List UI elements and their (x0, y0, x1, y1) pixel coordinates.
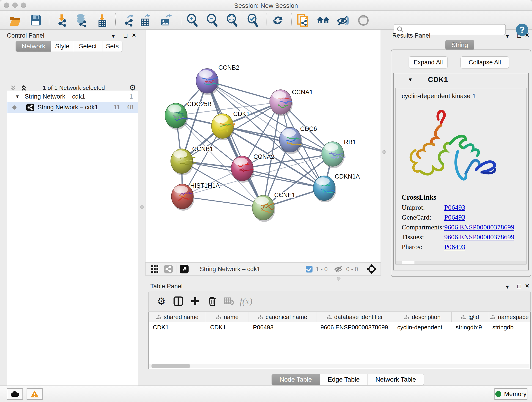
table-cell[interactable]: cyclin-dependent ... (393, 322, 452, 332)
table-cell[interactable]: CDK1 (206, 322, 249, 332)
import-network-database-button[interactable] (75, 14, 88, 27)
delete-column-trash-icon[interactable] (204, 294, 221, 308)
crosslink-link[interactable]: P06493 (444, 213, 465, 221)
zoom-out-button[interactable] (206, 14, 218, 27)
export-image-button[interactable] (159, 14, 172, 27)
memory-label: Memory (504, 390, 526, 398)
table-cell[interactable]: stringdb (488, 322, 531, 332)
gene-header-row[interactable]: ▼ CDK1 (394, 73, 528, 86)
window-title: Session: New Session (0, 2, 532, 9)
node-label-CDK1: CDK1 (233, 110, 250, 117)
horizontal-splitter-handle[interactable] (337, 277, 341, 281)
collapse-all-button[interactable]: Collapse All (461, 56, 509, 68)
first-neighbors-button[interactable] (317, 14, 330, 27)
table-options-gear-icon[interactable]: ⚙ (153, 294, 170, 308)
table-row[interactable]: CDK1CDK1P064939606.ENSP00000378699cyclin… (149, 322, 530, 332)
right-splitter-handle[interactable] (382, 150, 386, 154)
panel-collapse-icon[interactable]: ▾ (506, 283, 509, 290)
open-session-button[interactable] (9, 14, 22, 27)
crosslink-row: GeneCard:P06493 (402, 213, 526, 221)
add-column-icon[interactable] (187, 294, 204, 308)
network-from-selection-button[interactable] (297, 14, 309, 27)
save-session-button[interactable] (29, 14, 42, 27)
disclosure-triangle-icon[interactable]: ▼ (408, 77, 413, 83)
import-network-file-button[interactable] (56, 14, 68, 27)
network-node-CCNB1[interactable]: CCNB1 (171, 146, 213, 175)
table-cell[interactable]: 9606.ENSP00000378699 (317, 322, 393, 332)
export-network-button[interactable] (123, 14, 136, 27)
column-header-name[interactable]: name (206, 312, 249, 322)
tab-edge-table[interactable]: Edge Table (320, 374, 368, 385)
table-toolbar: ⚙ f(x) (148, 291, 531, 312)
gene-name: CDK1 (428, 75, 448, 84)
table-cell[interactable]: CDK1 (149, 322, 206, 332)
panel-float-icon[interactable]: □ (124, 32, 127, 39)
tab-network[interactable]: Network (16, 41, 51, 51)
column-header--id[interactable]: @id (452, 312, 488, 322)
tab-string[interactable]: String (445, 40, 474, 50)
birdseye-view-icon[interactable] (180, 264, 189, 274)
network-node-RB1[interactable]: RB1 (322, 139, 356, 168)
crosslink-row: Uniprot:P06493 (402, 204, 526, 211)
toolbar-separator (182, 13, 182, 27)
panel-close-icon[interactable]: × (525, 282, 529, 290)
network-collection-row[interactable]: ▼ String Network – cdk1 1 (7, 91, 138, 102)
panel-close-icon[interactable]: × (525, 31, 529, 39)
network-canvas[interactable]: CCNB2CCNA1CDC25BCDK1CDC6RB1CCNB1CCNA2CDK… (145, 30, 381, 263)
crosslink-link[interactable]: 9606.ENSP00000378699 (444, 223, 514, 231)
crosslinks-list: Uniprot:P06493GeneCard:P06493Compartment… (396, 204, 526, 251)
network-node-CDK1[interactable]: CDK1 (211, 110, 250, 140)
panel-close-icon[interactable]: × (132, 31, 136, 39)
panel-float-icon[interactable]: □ (517, 32, 521, 39)
zoom-selected-button[interactable] (246, 14, 259, 27)
show-columns-icon[interactable] (170, 294, 187, 308)
tab-sets[interactable]: Sets (102, 41, 122, 51)
memory-button[interactable]: Memory (494, 388, 527, 400)
network-node-CDC6[interactable]: CDC6 (279, 125, 317, 154)
results-hscrollbar[interactable] (396, 261, 526, 264)
column-type-icon (258, 315, 263, 320)
tab-select[interactable]: Select (73, 41, 102, 51)
network-row[interactable]: String Network – cdk1 11 48 (7, 102, 138, 113)
zoom-fit-button[interactable] (225, 14, 238, 27)
hide-selection-button[interactable] (337, 14, 350, 27)
column-header-canonical-name[interactable]: canonical name (249, 312, 317, 322)
table-cell[interactable]: P06493 (249, 322, 317, 332)
network-node-CCNE1[interactable]: CCNE1 (252, 191, 295, 222)
table-header-row: shared namenamecanonical namedatabase id… (149, 312, 530, 322)
column-header-database-identifier[interactable]: database identifier (317, 312, 393, 322)
zoom-in-button[interactable] (186, 14, 198, 27)
cloud-button[interactable] (7, 388, 23, 400)
crosslink-link[interactable]: P06493 (444, 204, 465, 211)
eye-slash-icon (337, 15, 350, 26)
network-node-HIST1H1A[interactable]: HIST1H1A (171, 182, 220, 211)
tab-node-table[interactable]: Node Table (272, 374, 320, 385)
warnings-button[interactable] (27, 388, 43, 400)
network-edge[interactable] (182, 196, 263, 208)
column-header-description[interactable]: description (393, 312, 452, 322)
apply-preferred-layout-button[interactable] (272, 14, 284, 27)
grid-mode-icon[interactable] (151, 265, 159, 273)
network-node-CDKN1A[interactable]: CDKN1A (313, 173, 360, 202)
selected-checkbox-icon[interactable] (306, 266, 312, 273)
disclosure-triangle-icon[interactable]: ▼ (15, 94, 20, 99)
crosshair-icon[interactable] (366, 264, 377, 274)
expand-all-button[interactable]: Expand All (409, 56, 448, 68)
table-hscrollbar[interactable] (149, 364, 530, 368)
crosslink-link[interactable]: 9606.ENSP00000378699 (444, 233, 514, 241)
tab-style[interactable]: Style (51, 41, 73, 51)
column-header-shared-name[interactable]: shared name (149, 312, 206, 322)
panel-float-icon[interactable]: □ (517, 283, 521, 290)
graphics-details-button[interactable] (357, 14, 370, 27)
panel-collapse-icon[interactable]: ▾ (506, 32, 509, 40)
network-share-gray-icon[interactable] (164, 264, 173, 274)
tab-network-table[interactable]: Network Table (368, 374, 424, 385)
left-splitter-handle[interactable] (140, 205, 144, 209)
table-cell[interactable]: stringdb:9... (452, 322, 488, 332)
panel-collapse-icon[interactable]: ▾ (112, 32, 115, 40)
export-table-button[interactable] (139, 14, 152, 27)
column-header-namespace[interactable]: namespace (488, 312, 531, 322)
crosslink-link[interactable]: P06493 (444, 243, 465, 251)
import-table-file-button[interactable] (96, 14, 109, 27)
scroll-thumb[interactable] (152, 364, 190, 368)
